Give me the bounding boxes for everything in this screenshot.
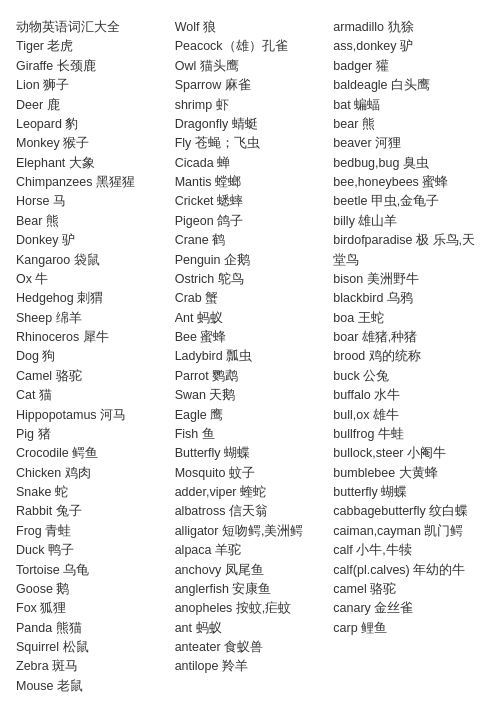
list-item: Giraffe 长颈鹿 xyxy=(16,57,167,76)
list-item: alligator 短吻鳄,美洲鳄 xyxy=(175,522,326,541)
list-item: cabbagebutterfly 纹白蝶 xyxy=(333,502,484,521)
col1-title: 动物英语词汇大全 xyxy=(16,18,167,37)
list-item: alpaca 羊驼 xyxy=(175,541,326,560)
list-item: beaver 河狸 xyxy=(333,134,484,153)
column-1: 动物英语词汇大全 Tiger 老虎 Giraffe 长颈鹿 Lion 狮子 De… xyxy=(16,18,175,696)
list-item: Mouse 老鼠 xyxy=(16,677,167,696)
list-item: canary 金丝雀 xyxy=(333,599,484,618)
list-item: Ant 蚂蚁 xyxy=(175,309,326,328)
list-item: bumblebee 大黄蜂 xyxy=(333,464,484,483)
list-item: anopheles 按蚊,疟蚊 xyxy=(175,599,326,618)
list-item: Mosquito 蚊子 xyxy=(175,464,326,483)
list-item: Peacock（雄）孔雀 xyxy=(175,37,326,56)
list-item: bear 熊 xyxy=(333,115,484,134)
list-item: Owl 猫头鹰 xyxy=(175,57,326,76)
list-item: antilope 羚羊 xyxy=(175,657,326,676)
list-item: Crab 蟹 xyxy=(175,289,326,308)
list-item: Bear 熊 xyxy=(16,212,167,231)
list-item: billy 雄山羊 xyxy=(333,212,484,231)
list-item: Tiger 老虎 xyxy=(16,37,167,56)
list-item: anteater 食蚁兽 xyxy=(175,638,326,657)
list-item: Duck 鸭子 xyxy=(16,541,167,560)
list-item: Parrot 鹦鹉 xyxy=(175,367,326,386)
list-item: Donkey 驴 xyxy=(16,231,167,250)
list-item: Swan 天鹅 xyxy=(175,386,326,405)
list-item: Rhinoceros 犀牛 xyxy=(16,328,167,347)
list-item: Frog 青蛙 xyxy=(16,522,167,541)
list-item: Chimpanzees 黑猩猩 xyxy=(16,173,167,192)
list-item: Ox 牛 xyxy=(16,270,167,289)
list-item: Bee 蜜蜂 xyxy=(175,328,326,347)
list-item: Panda 熊猫 xyxy=(16,619,167,638)
list-item: bullock,steer 小阉牛 xyxy=(333,444,484,463)
list-item: ass,donkey 驴 xyxy=(333,37,484,56)
list-item: Eagle 鹰 xyxy=(175,406,326,425)
list-item: Monkey 猴子 xyxy=(16,134,167,153)
list-item: Fly 苍蝇；飞虫 xyxy=(175,134,326,153)
list-item: buck 公兔 xyxy=(333,367,484,386)
list-item: Dog 狗 xyxy=(16,347,167,366)
list-item: badger 獾 xyxy=(333,57,484,76)
list-item: Crocodile 鳄鱼 xyxy=(16,444,167,463)
list-item: Rabbit 兔子 xyxy=(16,502,167,521)
main-content: 动物英语词汇大全 Tiger 老虎 Giraffe 长颈鹿 Lion 狮子 De… xyxy=(16,18,484,696)
list-item: Fox 狐狸 xyxy=(16,599,167,618)
list-item: Cicada 蝉 xyxy=(175,154,326,173)
list-item: caiman,cayman 凯门鳄 xyxy=(333,522,484,541)
list-item: bee,honeybees 蜜蜂 xyxy=(333,173,484,192)
list-item: Hedgehog 刺猬 xyxy=(16,289,167,308)
list-item: Hippopotamus 河马 xyxy=(16,406,167,425)
list-item: brood 鸡的统称 xyxy=(333,347,484,366)
list-item: calf(pl.calves) 年幼的牛 xyxy=(333,561,484,580)
list-item: bullfrog 牛蛙 xyxy=(333,425,484,444)
list-item: ant 蚂蚁 xyxy=(175,619,326,638)
list-item: Cat 猫 xyxy=(16,386,167,405)
list-item: Pig 猪 xyxy=(16,425,167,444)
list-item: Chicken 鸡肉 xyxy=(16,464,167,483)
list-item: Lion 狮子 xyxy=(16,76,167,95)
list-item: Squirrel 松鼠 xyxy=(16,638,167,657)
list-item: baldeagle 白头鹰 xyxy=(333,76,484,95)
list-item: Sparrow 麻雀 xyxy=(175,76,326,95)
list-item: boa 王蛇 xyxy=(333,309,484,328)
list-item: beetle 甲虫,金龟子 xyxy=(333,192,484,211)
list-item: Ostrich 鸵鸟 xyxy=(175,270,326,289)
list-item: Tortoise 乌龟 xyxy=(16,561,167,580)
list-item: blackbird 乌鸦 xyxy=(333,289,484,308)
list-item: bedbug,bug 臭虫 xyxy=(333,154,484,173)
list-item: butterfly 蝴蝶 xyxy=(333,483,484,502)
list-item: bat 蝙蝠 xyxy=(333,96,484,115)
list-item: armadillo 犰狳 xyxy=(333,18,484,37)
list-item: Penguin 企鹅 xyxy=(175,251,326,270)
list-item: Deer 鹿 xyxy=(16,96,167,115)
list-item: Horse 马 xyxy=(16,192,167,211)
list-item: Butterfly 蝴蝶 xyxy=(175,444,326,463)
list-item: Zebra 斑马 xyxy=(16,657,167,676)
list-item: Wolf 狼 xyxy=(175,18,326,37)
list-item: Ladybird 瓢虫 xyxy=(175,347,326,366)
list-item: Dragonfly 蜻蜓 xyxy=(175,115,326,134)
list-item: Leopard 豹 xyxy=(16,115,167,134)
list-item: Crane 鹤 xyxy=(175,231,326,250)
list-item: anchovy 凤尾鱼 xyxy=(175,561,326,580)
list-item: Cricket 蟋蟀 xyxy=(175,192,326,211)
list-item: Snake 蛇 xyxy=(16,483,167,502)
list-item: bull,ox 雄牛 xyxy=(333,406,484,425)
list-item: Goose 鹅 xyxy=(16,580,167,599)
list-item: adder,viper 蝰蛇 xyxy=(175,483,326,502)
list-item: camel 骆驼 xyxy=(333,580,484,599)
list-item: Camel 骆驼 xyxy=(16,367,167,386)
list-item: Pigeon 鸽子 xyxy=(175,212,326,231)
list-item: Fish 鱼 xyxy=(175,425,326,444)
list-item: boar 雄猪,种猪 xyxy=(333,328,484,347)
list-item: Elephant 大象 xyxy=(16,154,167,173)
column-2: Wolf 狼 Peacock（雄）孔雀 Owl 猫头鹰 Sparrow 麻雀 s… xyxy=(175,18,334,696)
list-item: buffalo 水牛 xyxy=(333,386,484,405)
list-item: Mantis 螳螂 xyxy=(175,173,326,192)
column-3: armadillo 犰狳 ass,donkey 驴 badger 獾 balde… xyxy=(333,18,484,696)
list-item: shrimp 虾 xyxy=(175,96,326,115)
list-item: Sheep 绵羊 xyxy=(16,309,167,328)
list-item: bison 美洲野牛 xyxy=(333,270,484,289)
list-item: albatross 信天翁 xyxy=(175,502,326,521)
list-item: carp 鲤鱼 xyxy=(333,619,484,638)
